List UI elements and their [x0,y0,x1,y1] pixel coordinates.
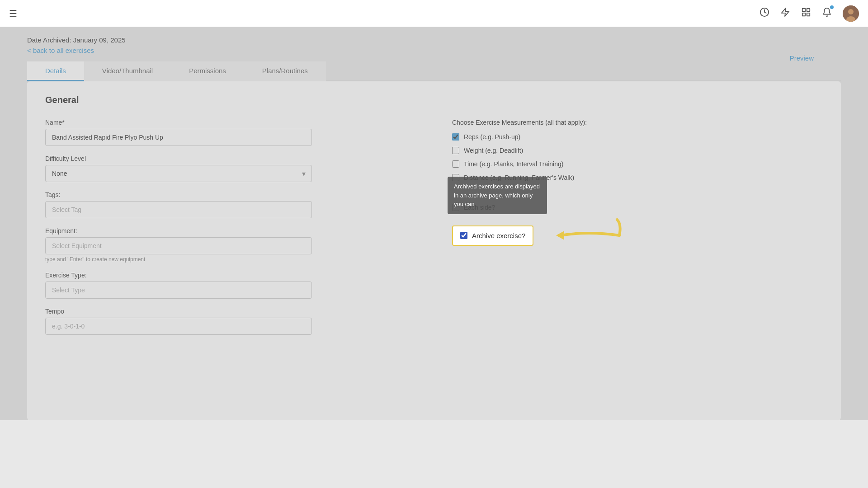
name-label: Name* [45,119,416,126]
svg-rect-4 [807,13,810,16]
difficulty-label: Difficulty Level [45,155,416,162]
exercise-type-label: Exercise Type: [45,272,416,279]
difficulty-select-wrapper: None Beginner Intermediate Advanced [45,165,312,182]
bolt-icon[interactable] [780,7,790,19]
grid-icon[interactable] [801,7,811,19]
preview-link[interactable]: Preview [790,54,814,62]
arrow-annotation [552,217,624,253]
tooltip-popup: Archived exercises are displayed in an a… [448,177,547,214]
time-checkbox[interactable] [452,160,459,168]
svg-rect-2 [802,9,805,11]
nav-right [760,5,859,22]
notification-bell-icon[interactable] [822,7,832,19]
tempo-field-group: Tempo [45,308,416,335]
exercise-type-field-group: Exercise Type: [45,272,416,299]
clock-icon[interactable] [760,7,769,19]
tab-video-thumbnail[interactable]: Video/Thumbnail [84,61,171,81]
tab-bar: Details Video/Thumbnail Permissions Plan… [27,61,841,81]
weight-checkbox[interactable] [452,147,459,154]
nav-left: ☰ [9,8,17,19]
archive-checkbox[interactable] [460,232,467,239]
tempo-label: Tempo [45,308,416,315]
svg-marker-9 [556,231,564,240]
svg-rect-3 [807,9,810,11]
form-right-column: Choose Exercise Measurements (all that a… [452,119,823,344]
archive-label: Archive exercise? [472,232,525,239]
equipment-label: Equipment: [45,227,416,235]
tab-plans-routines[interactable]: Plans/Routines [244,61,326,81]
name-input[interactable] [45,129,312,146]
form-left-column: Name* Difficulty Level None Beginner Int… [45,119,416,344]
back-to-exercises-link[interactable]: < back to all exercises [27,47,94,54]
top-navigation: ☰ [0,0,868,27]
weight-checkbox-row: Weight (e.g. Deadlift) [452,147,823,154]
measurements-title: Choose Exercise Measurements (all that a… [452,119,823,126]
weight-label: Weight (e.g. Deadlift) [464,147,523,154]
archive-exercise-box[interactable]: Archive exercise? [452,225,533,246]
equipment-input[interactable] [45,237,312,254]
notification-badge [830,5,834,9]
section-title: General [45,95,823,105]
tags-label: Tags: [45,191,416,198]
time-label: Time (e.g. Planks, Interval Training) [464,160,563,168]
form-card: General Name* Difficulty Level None Begi… [27,81,841,420]
svg-marker-1 [782,8,789,16]
tempo-input[interactable] [45,318,312,335]
user-avatar[interactable] [843,5,859,22]
tab-details[interactable]: Details [27,61,84,81]
main-content: Date Archived: January 09, 2025 < back t… [0,27,868,420]
reps-checkbox-row: Reps (e.g. Push-up) [452,133,823,141]
reps-label: Reps (e.g. Push-up) [464,133,520,141]
exercise-type-input[interactable] [45,282,312,299]
equipment-hint: type and "Enter" to create new equipment [45,256,416,263]
hamburger-menu-icon[interactable]: ☰ [9,8,17,19]
reps-checkbox[interactable] [452,133,459,141]
date-archived: Date Archived: January 09, 2025 [27,36,841,44]
difficulty-field-group: Difficulty Level None Beginner Intermedi… [45,155,416,182]
tags-input[interactable] [45,201,312,218]
equipment-field-group: Equipment: type and "Enter" to create ne… [45,227,416,263]
tags-field-group: Tags: [45,191,416,218]
svg-point-7 [848,9,854,14]
tab-permissions[interactable]: Permissions [171,61,244,81]
difficulty-select[interactable]: None Beginner Intermediate Advanced [45,165,312,182]
svg-rect-5 [802,13,805,16]
name-field-group: Name* [45,119,416,146]
time-checkbox-row: Time (e.g. Planks, Interval Training) [452,160,823,168]
form-layout: Name* Difficulty Level None Beginner Int… [45,119,823,344]
